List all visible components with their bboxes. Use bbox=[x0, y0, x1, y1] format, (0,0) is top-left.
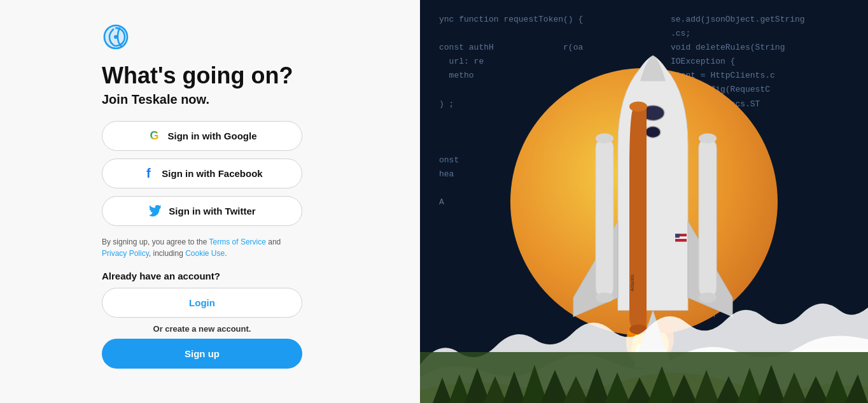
facebook-btn-label: Sign in with Facebook bbox=[162, 168, 262, 179]
logo bbox=[102, 23, 130, 51]
main-heading: What's going on? bbox=[102, 62, 382, 88]
terms-link[interactable]: Terms of Service bbox=[209, 237, 266, 246]
left-panel: What's going on? Join Teskale now. G Sig… bbox=[0, 0, 420, 403]
svg-rect-21 bbox=[675, 234, 680, 237]
svg-point-1 bbox=[114, 35, 118, 39]
sub-heading: Join Teskale now. bbox=[102, 92, 382, 107]
svg-point-12 bbox=[596, 133, 613, 143]
twitter-icon bbox=[148, 204, 162, 218]
illustration-container: Atlantis bbox=[420, 0, 868, 403]
twitter-signin-button[interactable]: Sign in with Twitter bbox=[102, 196, 302, 226]
svg-point-15 bbox=[699, 133, 717, 143]
facebook-signin-button[interactable]: f Sign in with Facebook bbox=[102, 159, 302, 188]
login-label: Login bbox=[189, 297, 215, 308]
or-create-text: Or create a new account. bbox=[102, 324, 302, 334]
google-signin-button[interactable]: G Sign in with Google bbox=[102, 121, 302, 151]
svg-point-8 bbox=[645, 126, 661, 138]
login-button[interactable]: Login bbox=[102, 288, 302, 318]
cookie-link[interactable]: Cookie Use bbox=[185, 249, 225, 258]
google-btn-label: Sign in with Google bbox=[168, 131, 257, 141]
svg-point-9 bbox=[629, 101, 647, 111]
svg-rect-11 bbox=[596, 138, 613, 297]
svg-rect-20 bbox=[675, 239, 687, 241]
trees-overlay bbox=[420, 352, 868, 403]
twitter-btn-label: Sign in with Twitter bbox=[169, 206, 255, 216]
privacy-link[interactable]: Privacy Policy bbox=[102, 249, 149, 258]
already-account-text: Already have an account? bbox=[102, 271, 382, 281]
google-icon: G bbox=[148, 129, 162, 143]
signup-label: Sign up bbox=[185, 348, 220, 359]
terms-text: By signing up, you agree to the Terms of… bbox=[102, 236, 302, 259]
right-panel: ync function requestToken() { const auth… bbox=[420, 0, 868, 403]
svg-rect-14 bbox=[699, 138, 717, 297]
facebook-icon: f bbox=[141, 167, 155, 181]
signup-button[interactable]: Sign up bbox=[102, 339, 302, 369]
